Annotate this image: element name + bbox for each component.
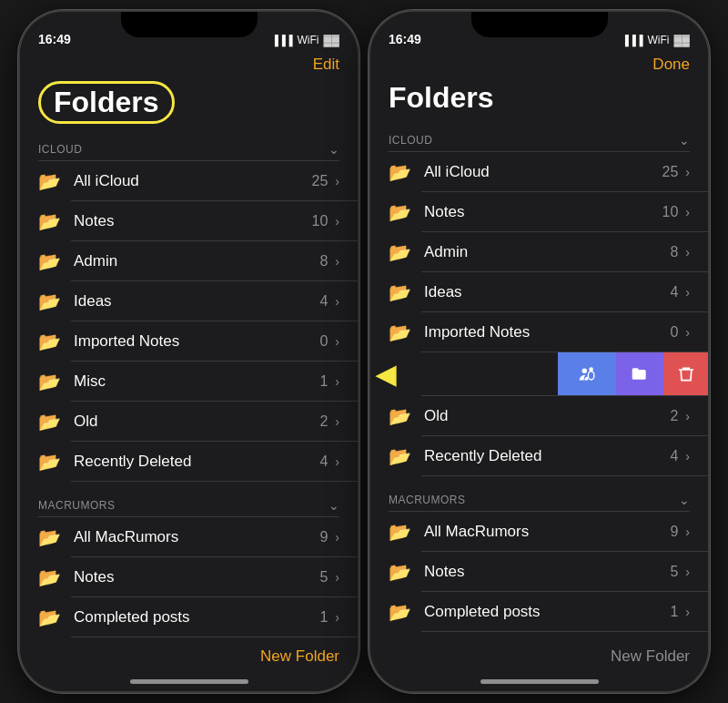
list-item[interactable]: 📂 Notes 10 › [20,201,358,241]
chevron-right-icon: › [335,610,339,625]
folder-icon: 📂 [389,601,411,623]
folder-count: 25 [662,164,679,180]
icloud-section-header[interactable]: ICLOUD ⌄ [20,135,358,160]
folder-name: Imported Notes [74,332,319,351]
folder-icon: 📂 [389,161,411,183]
edit-button[interactable]: Edit [313,56,339,74]
list-item[interactable]: 📂 Ideas 4 › [370,272,708,312]
chevron-right-icon: › [685,245,690,260]
folder-count: 9 [670,524,678,540]
folder-count: 4 [670,284,678,301]
folder-count: 0 [670,324,678,341]
folder-icon: 📂 [38,606,61,628]
phone-left: 16:49 ▐▐▐ WiFi ▓▓ Edit Folders ICLOUD ⌄ [18,10,359,693]
list-item[interactable]: 📂 All iCloud 25 › [370,152,708,192]
folder-icon: 📂 [38,170,61,192]
icloud-folder-list-after-swipe: 📂 Old 2 › 📂 Recently Deleted 4 › [370,396,708,476]
chevron-right-icon: › [335,294,339,309]
list-item[interactable]: 📂 Notes 5 › [20,557,358,597]
list-item[interactable]: 📂 Recently Deleted 4 › [370,436,708,476]
status-time-right: 16:49 [389,32,421,46]
macrumors-section-header[interactable]: MACRUMORS ⌄ [20,491,358,516]
folder-name: Old [424,407,670,425]
folder-name: Admin [74,252,319,270]
folder-count: 9 [319,529,328,545]
folder-name: Ideas [74,292,319,311]
chevron-right-icon: › [335,374,339,389]
folder-name: Notes [74,212,312,230]
nav-bar-right: Done [370,52,708,81]
chevron-right-icon: › [685,285,690,300]
macrumors-folder-list-right: 📂 All MacRumors 9 › 📂 Notes 5 › 📂 Comple… [370,512,708,632]
list-item[interactable]: 📂 Imported Notes 0 › [370,312,708,352]
chevron-right-icon: › [685,205,690,219]
folder-count: 5 [319,569,328,586]
folder-count: 10 [312,213,329,229]
chevron-right-icon: › [335,214,339,229]
list-item[interactable]: 📂 All MacRumors 9 › [20,517,358,557]
arrow-annotation: ◀ [376,360,396,390]
new-folder-button[interactable]: New Folder [260,647,339,666]
wifi-icon: WiFi [298,34,319,46]
list-item[interactable]: 📂 All MacRumors 9 › [370,512,708,552]
icloud-folder-list-right: 📂 All iCloud 25 › 📂 Notes 10 › 📂 Admin 8… [370,152,708,352]
list-item[interactable]: 📂 Imported Notes 0 › [20,321,358,362]
home-indicator [130,679,248,684]
misc-swipe-row[interactable]: ◀ [370,352,708,396]
list-item[interactable]: 📂 Old 2 › [20,402,358,442]
folder-icon: 📂 [38,566,61,588]
folder-name: Notes [424,563,670,581]
icloud-label: ICLOUD [38,143,82,156]
signal-icon: ▐▐▐ [271,35,292,46]
chevron-right-icon: › [685,605,690,619]
folder-count: 1 [319,609,328,626]
delete-action[interactable] [663,352,708,396]
chevron-right-icon: › [685,165,690,179]
notch-right [471,12,608,37]
icloud-chevron-icon: ⌄ [329,142,339,157]
list-item[interactable]: 📂 Old 2 › [370,396,708,436]
list-item[interactable]: 📂 Admin 8 › [370,232,708,272]
list-item[interactable]: 📂 Admin 8 › [20,241,358,281]
battery-icon: ▓▓ [324,34,340,46]
share-action[interactable] [558,352,616,396]
folder-icon: 📂 [38,290,61,312]
move-folder-action[interactable] [616,352,663,396]
macrumors-chevron-icon: ⌄ [329,498,339,513]
macrumors-section-header-right[interactable]: MACRUMORS ⌄ [370,485,708,511]
list-item[interactable]: 📂 Completed posts 1 › [20,597,358,637]
macrumors-chevron-icon-right: ⌄ [679,493,690,507]
list-item[interactable]: 📂 Completed posts 1 › [370,592,708,632]
move-icon [631,365,649,383]
swipe-actions [558,352,708,396]
signal-icon-right: ▐▐▐ [622,35,642,46]
chevron-right-icon: › [685,449,690,464]
folder-name: All iCloud [74,172,312,190]
list-item[interactable]: 📂 All iCloud 25 › [20,161,358,201]
share-people-icon [577,364,597,384]
chevron-right-icon: › [335,174,339,188]
folder-count: 2 [670,408,678,424]
list-item[interactable]: 📂 Notes 5 › [370,552,708,592]
chevron-right-icon: › [335,414,339,429]
done-button[interactable]: Done [652,56,690,74]
home-indicator-right [480,679,599,684]
list-item[interactable]: 📂 Recently Deleted 4 › [20,442,358,482]
list-item[interactable]: 📂 Misc 1 › [20,362,358,402]
list-item[interactable]: 📂 Ideas 4 › [20,281,358,321]
chevron-right-icon: › [335,254,339,269]
folder-count: 8 [319,253,328,270]
folder-count: 1 [670,604,678,620]
icloud-chevron-icon-right: ⌄ [679,133,690,148]
icloud-section-header-right[interactable]: ICLOUD ⌄ [370,126,708,151]
folder-count: 5 [670,564,678,580]
folder-count: 0 [319,333,328,350]
chevron-right-icon: › [685,325,690,340]
chevron-right-icon: › [335,530,339,545]
list-item[interactable]: 📂 Notes 10 › [370,192,708,232]
folder-icon: 📂 [389,405,411,427]
folder-icon: 📂 [38,210,61,232]
page-title-right: Folders [389,81,494,114]
screen-right: 16:49 ▐▐▐ WiFi ▓▓ Done Folders ICLOUD ⌄ [370,12,708,691]
svg-point-0 [582,369,588,374]
